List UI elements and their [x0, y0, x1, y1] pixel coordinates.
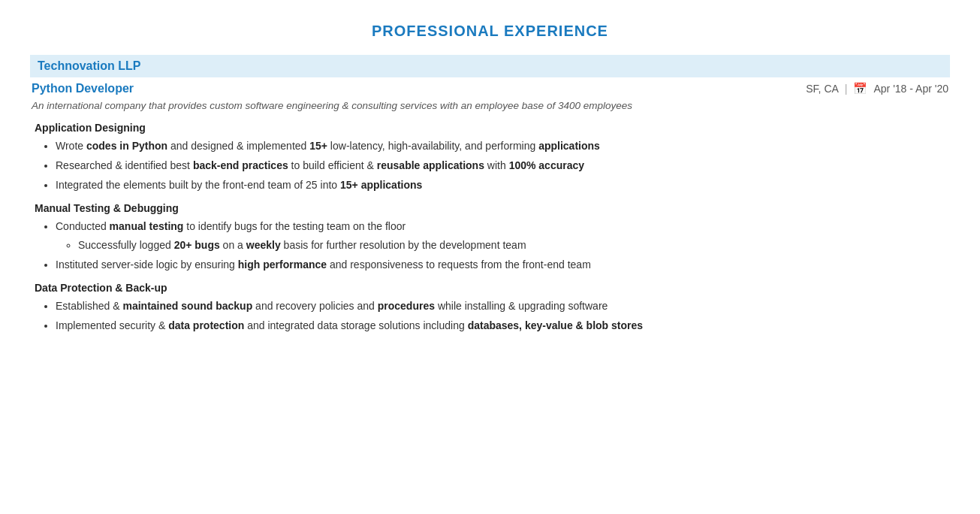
bullet-item-2-1: Implemented security & data protection a…	[56, 318, 945, 334]
role-meta: SF, CA | 📅 Apr '18 - Apr '20	[806, 82, 948, 95]
bullet-list-0: Wrote codes in Python and designed & imp…	[56, 138, 945, 193]
separator: |	[845, 83, 848, 95]
bullet-list-2: Established & maintained sound backup an…	[56, 298, 945, 334]
page-title: PROFESSIONAL EXPERIENCE	[30, 23, 950, 40]
bullet-list-1: Conducted manual testing to identify bug…	[56, 219, 945, 273]
role-title: Python Developer	[32, 82, 134, 95]
content-area: Application DesigningWrote codes in Pyth…	[30, 122, 950, 334]
bullet-item-1-1: Instituted server-side logic by ensuring…	[56, 257, 945, 273]
sub-bullet-list-1-0: Successfully logged 20+ bugs on a weekly…	[78, 237, 945, 253]
section-title-1: Manual Testing & Debugging	[35, 202, 945, 214]
location: SF, CA	[806, 83, 839, 95]
company-header: Technovation LLP	[30, 55, 950, 77]
bullet-item-0-0: Wrote codes in Python and designed & imp…	[56, 138, 945, 154]
section-title-0: Application Designing	[35, 122, 945, 134]
calendar-icon: 📅	[853, 82, 867, 95]
bullet-item-2-0: Established & maintained sound backup an…	[56, 298, 945, 314]
sub-bullet-item-1-0-0: Successfully logged 20+ bugs on a weekly…	[78, 237, 945, 253]
bullet-item-0-1: Researched & identified best back-end pr…	[56, 158, 945, 174]
company-name: Technovation LLP	[38, 59, 140, 72]
bullet-item-0-2: Integrated the elements built by the fro…	[56, 177, 945, 193]
section-title-2: Data Protection & Back-up	[35, 282, 945, 294]
role-row: Python Developer SF, CA | 📅 Apr '18 - Ap…	[30, 82, 950, 95]
date-range: Apr '18 - Apr '20	[873, 83, 948, 95]
company-description: An international company that provides c…	[32, 100, 948, 111]
bullet-item-1-0: Conducted manual testing to identify bug…	[56, 219, 945, 253]
